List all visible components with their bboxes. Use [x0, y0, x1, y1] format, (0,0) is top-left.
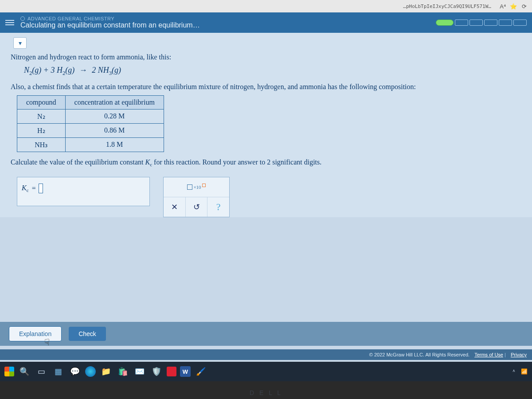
collapse-toggle[interactable]: ▾: [13, 37, 27, 49]
edge-icon[interactable]: [85, 366, 96, 377]
col-compound: compound: [17, 95, 66, 109]
dell-logo: D E L L: [250, 389, 282, 396]
explanation-button[interactable]: Explanation: [9, 326, 62, 341]
favorites-icon[interactable]: ⭐: [510, 3, 517, 10]
mantissa-box-icon: [187, 184, 192, 190]
reset-button[interactable]: ↺: [185, 197, 207, 217]
store-icon[interactable]: 🛍️: [116, 365, 129, 378]
course-label: ADVANCED GENERAL CHEMISTRY: [20, 16, 200, 21]
col-concentration: concentration at equilibrium: [65, 95, 164, 109]
start-icon[interactable]: [4, 367, 14, 376]
paint-icon[interactable]: 🖌️: [194, 365, 207, 378]
tray-chevron-icon[interactable]: ＾: [511, 368, 516, 376]
table-row: N₂ 0.28 M: [17, 109, 164, 123]
browser-chrome: …pHoLbTpIeIJxyCJCa9QI9ULF571W… A⁴ ⭐ ⟳: [0, 0, 532, 12]
equals-label: =: [31, 184, 36, 192]
action-bar: Explanation Check: [0, 322, 532, 346]
system-tray[interactable]: ＾ 📶: [511, 368, 528, 376]
course-name: ADVANCED GENERAL CHEMISTRY: [27, 16, 114, 21]
read-aloud-icon[interactable]: A⁴: [499, 3, 506, 10]
header-text: ADVANCED GENERAL CHEMISTRY Calculating a…: [20, 16, 200, 29]
course-dot-icon: [20, 16, 25, 21]
reaction-arrow-icon: →: [77, 66, 90, 75]
app-icon[interactable]: [167, 367, 176, 376]
progress-box-done[interactable]: [436, 20, 454, 26]
task-view-icon[interactable]: ▭: [35, 365, 48, 378]
problem-content: ▾ Nitrogen and hydrogen react to form am…: [0, 33, 532, 217]
clear-button[interactable]: ✕: [164, 197, 185, 217]
security-icon[interactable]: 🛡️: [150, 365, 163, 378]
check-button[interactable]: Check: [69, 327, 106, 341]
refresh-icon[interactable]: ⟳: [520, 3, 528, 10]
windows-taskbar: 🔍 ▭ ▦ 💬 📁 🛍️ ✉️ 🛡️ W 🖌️ ＾ 📶: [0, 362, 532, 381]
progress-box[interactable]: [469, 20, 483, 26]
mail-icon[interactable]: ✉️: [133, 365, 146, 378]
answer-row: Kc = ×10 ✕ ↺ ?: [17, 177, 521, 217]
answer-input[interactable]: [39, 184, 43, 193]
wifi-icon[interactable]: 📶: [521, 368, 528, 375]
app-header: ADVANCED GENERAL CHEMISTRY Calculating a…: [0, 12, 532, 33]
privacy-link[interactable]: Privacy: [511, 352, 527, 357]
progress-box[interactable]: [455, 20, 468, 26]
url-fragment: …pHoLbTpIeIJxyCJCa9QI9ULF571W…: [4, 4, 496, 9]
table-row: H₂ 0.86 M: [17, 123, 164, 137]
progress-box[interactable]: [513, 20, 527, 26]
progress-box[interactable]: [484, 20, 497, 26]
table-row: NH₃ 1.8 M: [17, 137, 164, 152]
chat-icon[interactable]: 💬: [68, 365, 82, 378]
search-icon[interactable]: 🔍: [18, 365, 31, 378]
progress-box[interactable]: [499, 20, 512, 26]
problem-prompt: Calculate the value of the equilibrium c…: [11, 158, 521, 167]
problem-intro: Nitrogen and hydrogen react to form ammo…: [11, 53, 521, 61]
widgets-icon[interactable]: ▦: [51, 365, 65, 378]
exponent-box-icon: [202, 184, 206, 187]
kc-label: Kc: [22, 184, 29, 193]
sci-notation-button[interactable]: ×10: [164, 177, 229, 197]
menu-icon[interactable]: [5, 20, 14, 25]
lesson-title: Calculating an equilibrium constant from…: [20, 21, 200, 29]
composition-table: compound concentration at equilibrium N₂…: [17, 95, 164, 152]
copyright-bar: © 2022 McGraw Hill LLC. All Rights Reser…: [0, 349, 532, 360]
reaction-equation: N2(g) + 3 H2(g) → 2 NH3(g): [24, 66, 521, 77]
answer-box[interactable]: Kc =: [17, 177, 150, 206]
file-explorer-icon[interactable]: 📁: [99, 365, 113, 378]
word-icon[interactable]: W: [180, 366, 191, 377]
tool-palette: ×10 ✕ ↺ ?: [163, 177, 230, 217]
progress-strip: [436, 20, 527, 26]
help-button[interactable]: ?: [207, 197, 229, 217]
chevron-down-icon: ▾: [19, 39, 22, 47]
copyright-text: © 2022 McGraw Hill LLC. All Rights Reser…: [369, 352, 469, 357]
terms-link[interactable]: Terms of Use: [474, 352, 503, 357]
problem-context: Also, a chemist finds that at a certain …: [11, 83, 521, 91]
